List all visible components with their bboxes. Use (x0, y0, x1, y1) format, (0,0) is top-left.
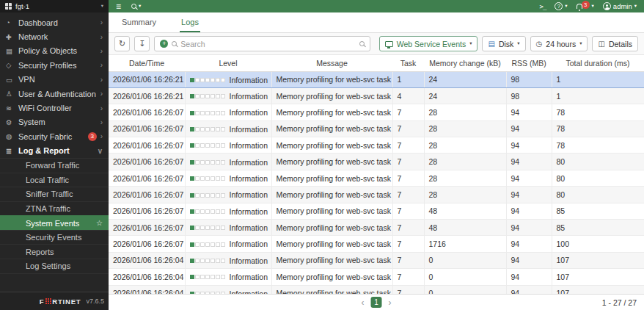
sidebar-subitem-log-settings[interactable]: Log Settings (0, 259, 109, 273)
cell-duration: 107 (552, 285, 644, 294)
log-location-dropdown[interactable]: ▤ Disk ▾ (482, 36, 525, 51)
table-row[interactable]: 2026/01/06 16:26:21InformationMemory pro… (109, 71, 644, 87)
menu-toggle-icon[interactable]: ≡ (116, 2, 121, 11)
sidebar-item-security-fabric[interactable]: ◍Security Fabric3› (0, 129, 109, 143)
column-header[interactable]: Date/Time (109, 56, 185, 71)
sidebar-item-log-report[interactable]: ≣Log & Report∨ (0, 144, 109, 158)
cell-datetime: 2026/01/06 16:26:07 (109, 187, 185, 203)
sidebar-subitem-local-traffic[interactable]: Local Traffic (0, 173, 109, 187)
table-row[interactable]: 2026/01/06 16:26:07InformationMemory pro… (109, 154, 644, 170)
sidebar-item-dashboard[interactable]: ◔Dashboard› (0, 15, 109, 29)
admin-menu[interactable]: admin ▾ (603, 2, 637, 10)
sidebar-subitem-reports[interactable]: Reports (0, 244, 109, 259)
time-range-label: 24 hours (546, 40, 576, 48)
cli-console-icon[interactable]: >_ (539, 3, 546, 10)
cell-datetime: 2026/01/06 16:26:07 (109, 104, 185, 120)
log-type-label: Web Service Events (397, 40, 466, 48)
device-selector[interactable]: fgt-1 ▾ (0, 0, 109, 12)
level-bar-icon (190, 111, 225, 115)
download-button[interactable]: ↧ (134, 36, 150, 51)
sidebar-item-label: Security Profiles (18, 61, 100, 70)
table-row[interactable]: 2026/01/06 16:26:07InformationMemory pro… (109, 170, 644, 186)
search-submit-icon[interactable] (359, 41, 365, 46)
sidebar-item-policy-objects[interactable]: ▤Policy & Objects› (0, 44, 109, 58)
level-segment (221, 78, 225, 82)
notifications-menu[interactable]: 3 ▾ (577, 4, 594, 9)
cell-message: Memory profiling for web-svc task (1) (271, 71, 392, 87)
cell-duration: 107 (552, 269, 644, 285)
level-label: Information (230, 174, 268, 183)
table-row[interactable]: 2026/01/06 16:26:07InformationMemory pro… (109, 120, 644, 137)
cell-message: Memory profiling for web-svc task (7) (271, 120, 392, 137)
cell-task: 1 (392, 71, 424, 87)
cell-message: Memory profiling for web-svc task (7) (271, 269, 392, 285)
table-row[interactable]: 2026/01/06 16:26:21InformationMemory pro… (109, 87, 644, 104)
tab-logs[interactable]: Logs (180, 12, 200, 32)
table-header-row[interactable]: Date/TimeLevelMessageTaskMemory change (… (109, 56, 644, 71)
level-segment (200, 127, 205, 131)
global-search-button[interactable]: ▾ (131, 4, 141, 9)
level-segment (200, 94, 205, 98)
level-segment (216, 160, 220, 165)
level-segment (211, 143, 215, 148)
level-segment (221, 94, 225, 98)
level-segment (205, 259, 210, 263)
help-menu[interactable]: ? ▾ (555, 2, 567, 10)
level-label: Information (230, 207, 268, 216)
log-search-input[interactable]: + Search (154, 36, 370, 51)
sidebar-item-wifi-controller[interactable]: ≋WiFi Controller› (0, 101, 109, 115)
column-header[interactable]: Task (392, 56, 424, 71)
column-header[interactable]: Level (185, 56, 271, 71)
sidebar-item-vpn[interactable]: ▭VPN› (0, 73, 109, 87)
table-row[interactable]: 2026/01/06 16:26:04InformationMemory pro… (109, 269, 644, 285)
add-filter-icon[interactable]: + (160, 40, 168, 48)
chevron-right-icon: › (100, 18, 103, 26)
sidebar-item-label: Network (18, 32, 100, 41)
cell-datetime: 2026/01/06 16:26:07 (109, 170, 185, 186)
sidebar-subitem-security-events[interactable]: Security Events (0, 230, 109, 245)
table-row[interactable]: 2026/01/06 16:26:07InformationMemory pro… (109, 187, 644, 203)
level-segment (195, 275, 200, 279)
sidebar-subitem-ztna-traffic[interactable]: ZTNA Traffic (0, 201, 109, 216)
column-header[interactable]: Message (271, 56, 392, 71)
table-row[interactable]: 2026/01/06 16:26:07InformationMemory pro… (109, 137, 644, 154)
current-page-button[interactable]: 1 (371, 297, 382, 308)
sidebar-subitem-forward-traffic[interactable]: Forward Traffic (0, 158, 109, 173)
table-row[interactable]: 2026/01/06 16:26:04InformationMemory pro… (109, 285, 644, 294)
sidebar-nav: ◔Dashboard›✚Network›▤Policy & Objects›◇S… (0, 12, 109, 158)
wifi-controller-icon: ≋ (6, 104, 18, 112)
details-button[interactable]: ◫ Details (592, 36, 638, 51)
table-row[interactable]: 2026/01/06 16:26:07InformationMemory pro… (109, 220, 644, 236)
sidebar-item-system[interactable]: ⚙System› (0, 115, 109, 129)
log-toolbar: ↻ ↧ + Search Web Service Events ▾ ▤ Disk… (109, 33, 644, 55)
column-header[interactable]: Total duration (ms) (552, 56, 644, 71)
log-type-dropdown[interactable]: Web Service Events ▾ (379, 36, 478, 51)
column-header[interactable]: RSS (MB) (506, 56, 552, 71)
sidebar-item-user-authentication[interactable]: ♙User & Authentication› (0, 87, 109, 101)
time-range-dropdown[interactable]: ◷ 24 hours ▾ (530, 36, 588, 51)
sidebar-subitem-sniffer-traffic[interactable]: Sniffer Traffic (0, 187, 109, 201)
sidebar-item-security-profiles[interactable]: ◇Security Profiles› (0, 58, 109, 72)
cell-level: Information (185, 137, 271, 154)
refresh-button[interactable]: ↻ (114, 36, 130, 51)
brand-prefix: F (40, 298, 45, 306)
table-row[interactable]: 2026/01/06 16:26:07InformationMemory pro… (109, 203, 644, 219)
cell-message: Memory profiling for web-svc task (7) (271, 252, 392, 268)
cell-memory-change: 0 (424, 269, 506, 285)
table-row[interactable]: 2026/01/06 16:26:04InformationMemory pro… (109, 252, 644, 268)
table-row[interactable]: 2026/01/06 16:26:07InformationMemory pro… (109, 236, 644, 252)
level-segment (200, 242, 205, 247)
column-header[interactable]: Memory change (kB) (424, 56, 506, 71)
next-page-button[interactable]: › (389, 298, 392, 308)
sidebar-item-network[interactable]: ✚Network› (0, 29, 109, 43)
cell-rss: 94 (506, 137, 552, 154)
sidebar-subitem-system-events[interactable]: System Events☆ (0, 215, 109, 230)
table-row[interactable]: 2026/01/06 16:26:07InformationMemory pro… (109, 104, 644, 120)
cell-rss: 94 (506, 203, 552, 219)
prev-page-button[interactable]: ‹ (362, 298, 365, 308)
help-icon: ? (555, 2, 563, 10)
device-name: fgt-1 (15, 2, 29, 10)
level-segment (190, 176, 194, 181)
tab-summary[interactable]: Summary (120, 12, 158, 32)
favorite-star-icon[interactable]: ☆ (96, 219, 103, 227)
